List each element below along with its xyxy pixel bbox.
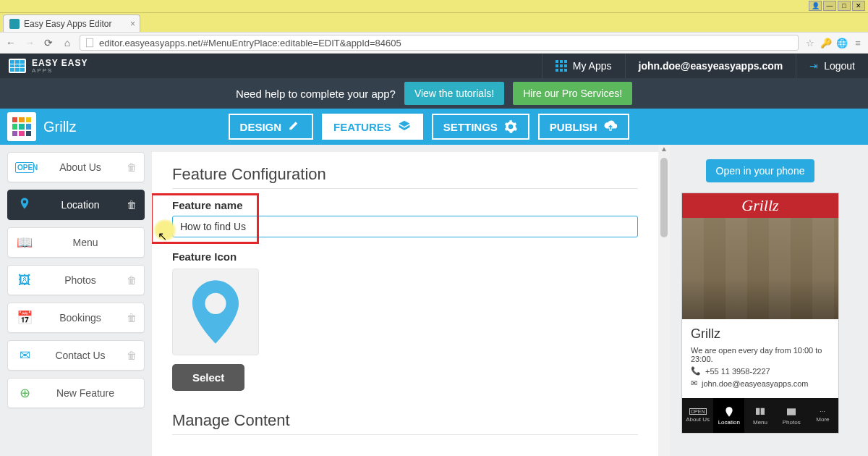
trash-icon[interactable]: 🗑	[127, 274, 137, 286]
trash-icon[interactable]: 🗑	[127, 161, 137, 173]
phone-tab-label: About Us	[686, 416, 710, 423]
phone-icon: 📞	[691, 366, 701, 376]
page-title: Feature Configuration	[172, 165, 638, 189]
feature-icon-label: Feature Icon	[172, 250, 638, 263]
image-icon: 🖼	[15, 273, 34, 288]
gear-icon	[503, 119, 518, 134]
select-button[interactable]: Select	[172, 364, 244, 391]
tab-settings[interactable]: SETTINGS	[432, 114, 529, 140]
brand-logo-icon	[9, 59, 26, 73]
more-icon: ⋯	[820, 408, 825, 415]
phone-tab-location[interactable]: Location	[713, 398, 744, 433]
manage-content-heading: Manage Content	[172, 411, 638, 435]
scroll-up-icon[interactable]: ▲	[660, 145, 668, 156]
reload-icon[interactable]: ⟳	[42, 36, 55, 49]
sidebar-item-about-us[interactable]: OPEN About Us 🗑	[7, 152, 145, 182]
help-prompt: Need help to complete your app?	[236, 88, 396, 100]
window-maximize[interactable]: □	[838, 1, 851, 11]
image-icon	[786, 406, 797, 418]
mail-icon: ✉	[691, 379, 697, 388]
sidebar-new-feature[interactable]: ⊕ New Feature	[7, 378, 145, 408]
home-icon[interactable]: ⌂	[61, 36, 74, 49]
phone-tab-more[interactable]: ⋯More	[807, 398, 838, 433]
location-pin-icon	[190, 279, 241, 345]
trash-icon[interactable]: 🗑	[127, 199, 137, 211]
phone-email: john.doe@easyeasyapps.com	[702, 379, 809, 388]
sidebar-item-label: Location	[34, 199, 127, 211]
tab-design[interactable]: DESIGN	[229, 114, 314, 140]
trash-icon[interactable]: 🗑	[127, 312, 137, 324]
phone-hero-title: Grillz	[682, 193, 838, 218]
book-icon: 📖	[15, 235, 34, 250]
phone-phone-row: 📞+55 11 3958-2227	[691, 366, 830, 376]
sidebar-item-label: Photos	[34, 274, 127, 286]
phone-tab-label: Menu	[753, 419, 767, 426]
window-close[interactable]: ✕	[852, 1, 865, 11]
sidebar-item-label: Bookings	[34, 312, 127, 324]
sidebar-item-photos[interactable]: 🖼 Photos 🗑	[7, 265, 145, 295]
apps-grid-icon	[556, 60, 567, 72]
pro-services-button[interactable]: Hire our Pro Services!	[513, 82, 632, 105]
tab-features-label: FEATURES	[333, 121, 391, 133]
open-sign-icon: OPEN	[15, 162, 34, 173]
phone-tab-photos[interactable]: Photos	[776, 398, 807, 433]
brand-line2: APPS	[32, 67, 88, 74]
location-pin-icon	[15, 195, 34, 215]
tab-title: Easy Easy Apps Editor	[24, 19, 111, 29]
sidebar-item-label: Menu	[34, 237, 137, 248]
sidebar-item-bookings[interactable]: 📅 Bookings 🗑	[7, 303, 145, 333]
phone-email-row: ✉john.doe@easyeasyapps.com	[691, 379, 830, 388]
svg-rect-0	[86, 38, 93, 47]
app-name: Grillz	[43, 119, 77, 135]
scrollbar[interactable]: ▲	[658, 145, 670, 456]
sidebar-item-menu[interactable]: 📖 Menu	[7, 227, 145, 258]
location-pin-icon	[723, 406, 735, 418]
tab-publish[interactable]: PUBLISH	[538, 114, 629, 140]
tab-features[interactable]: FEATURES	[322, 114, 423, 140]
sidebar-item-contact-us[interactable]: ✉ Contact Us 🗑	[7, 340, 145, 371]
window-minimize[interactable]: —	[823, 1, 836, 11]
svg-rect-1	[787, 408, 796, 415]
scroll-thumb[interactable]	[660, 158, 668, 237]
book-icon	[754, 406, 766, 418]
tab-publish-label: PUBLISH	[550, 121, 597, 133]
phone-tab-about[interactable]: OPENAbout Us	[682, 398, 713, 433]
url-bar[interactable]: editor.easyeasyapps.net/#MenuEntryPlace:…	[80, 35, 799, 51]
tab-design-label: DESIGN	[240, 121, 282, 133]
phone-number: +55 11 3958-2227	[705, 367, 770, 376]
nav-user[interactable]: john.doe@easyeasyapps.com	[626, 54, 796, 78]
tutorials-button[interactable]: View the tutorials!	[404, 82, 504, 105]
key-icon[interactable]: 🔑	[820, 37, 832, 48]
phone-preview: Grillz Grillz We are open every day from…	[681, 193, 839, 434]
plus-circle-icon: ⊕	[15, 385, 34, 401]
feature-name-label: Feature name	[172, 199, 638, 211]
back-icon[interactable]: ←	[4, 36, 17, 49]
menu-icon[interactable]: ≡	[852, 37, 864, 48]
globe-icon[interactable]: 🌐	[836, 37, 848, 48]
sidebar-item-label: Contact Us	[34, 350, 127, 361]
feature-name-input[interactable]	[172, 216, 638, 237]
open-in-phone-button[interactable]: Open in your phone	[706, 159, 815, 182]
tag-icon	[397, 119, 412, 134]
star-icon[interactable]: ☆	[804, 37, 816, 48]
brand-logo[interactable]: EASY EASY APPS	[9, 59, 88, 74]
browser-tab[interactable]: Easy Easy Apps Editor ×	[3, 14, 140, 32]
trash-icon[interactable]: 🗑	[127, 350, 137, 361]
nav-logout[interactable]: ⇥ Logout	[796, 54, 868, 78]
forward-icon: →	[23, 36, 36, 49]
cursor-icon: ↖	[158, 229, 167, 243]
phone-tab-label: More	[816, 416, 829, 423]
feature-icon-preview	[172, 269, 259, 355]
phone-hero-image	[682, 218, 838, 319]
window-user-icon[interactable]: 👤	[809, 1, 822, 11]
open-sign-icon: OPEN	[689, 408, 707, 415]
phone-tab-menu[interactable]: Menu	[744, 398, 775, 433]
nav-my-apps[interactable]: My Apps	[542, 54, 625, 78]
tab-favicon	[9, 19, 20, 29]
sidebar-item-location[interactable]: Location 🗑	[7, 190, 145, 220]
app-icon[interactable]	[7, 112, 36, 141]
url-text: editor.easyeasyapps.net/#MenuEntryPlace:…	[99, 38, 401, 48]
logout-icon: ⇥	[809, 60, 818, 72]
mail-icon: ✉	[15, 347, 34, 363]
tab-close-icon[interactable]: ×	[130, 19, 135, 29]
